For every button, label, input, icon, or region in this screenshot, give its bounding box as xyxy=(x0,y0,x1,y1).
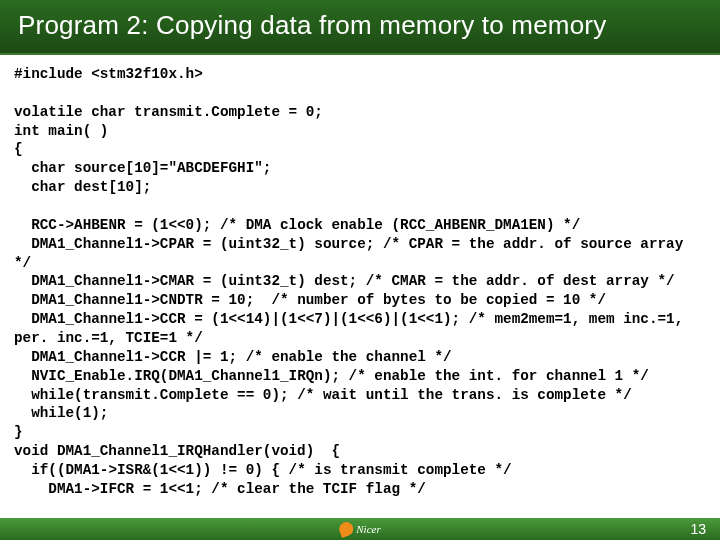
footer-bar: Nicer 13 xyxy=(0,518,720,540)
slide: Program 2: Copying data from memory to m… xyxy=(0,0,720,540)
code-block: #include <stm32f10x.h> volatile char tra… xyxy=(0,55,720,499)
logo-swoosh-icon xyxy=(337,520,355,538)
footer-logo: Nicer xyxy=(339,522,380,536)
logo-text: Nicer xyxy=(356,523,380,535)
slide-title: Program 2: Copying data from memory to m… xyxy=(18,10,702,41)
page-number: 13 xyxy=(690,521,706,537)
title-bar: Program 2: Copying data from memory to m… xyxy=(0,0,720,55)
